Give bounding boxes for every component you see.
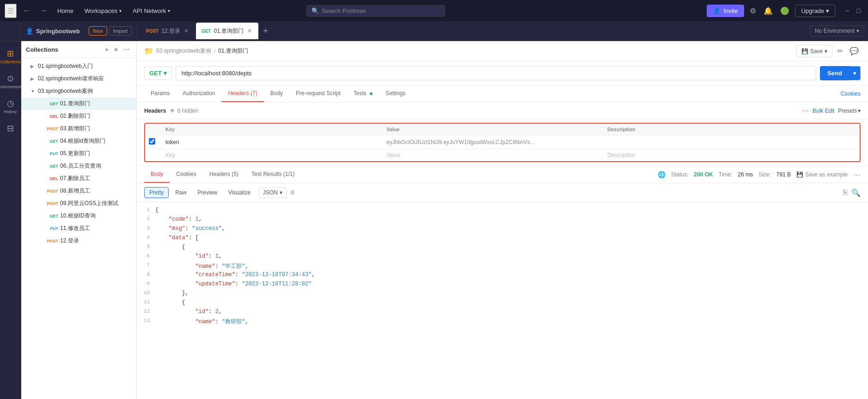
forward-button[interactable]: → — [37, 5, 50, 17]
tab-body[interactable]: Body — [264, 85, 289, 102]
search-bar[interactable]: 🔍 Search Postman — [306, 5, 445, 17]
avatar-icon[interactable]: 🟢 — [778, 5, 791, 17]
add-tab-button[interactable]: + — [259, 24, 272, 38]
format-preview-button[interactable]: Preview — [193, 187, 222, 198]
hidden-count: 6 hidden — [177, 108, 198, 114]
api-network-nav[interactable]: API Network ▾ — [129, 6, 174, 16]
tree-item-update-dept[interactable]: PUT 05.更新部门 — [21, 147, 136, 160]
invite-button[interactable]: 👤 Invite — [707, 5, 744, 17]
header-checkbox-cell[interactable] — [149, 138, 165, 146]
tab-prerequest[interactable]: Pre-request Script — [289, 85, 347, 102]
code-line-7: 7 "name": "学工部", — [137, 261, 868, 271]
minimize-button[interactable]: − — [843, 5, 852, 16]
tree-item-springbootweb-request[interactable]: ▶ 02.springbootweb请求响应 — [21, 73, 136, 85]
tab-headers[interactable]: Headers (7) — [221, 85, 263, 102]
response-more-button[interactable]: ⋯ — [853, 170, 861, 179]
tree-item-add-emp[interactable]: POST 08.新增员工 — [21, 185, 136, 197]
json-format-selector[interactable]: JSON ▾ — [259, 187, 287, 198]
tree-item-query-dept[interactable]: GET 01.查询部门 — [21, 97, 136, 110]
main-area: ⊞ Collections ⊙ Environments ◷ History ⊟… — [0, 41, 868, 399]
tab-tests[interactable]: Tests — [347, 85, 379, 102]
maximize-button[interactable]: □ — [854, 5, 863, 16]
sidebar-item-components[interactable]: ⊟ — [1, 120, 20, 138]
line-content: "msg": "success", — [155, 224, 868, 234]
tab-close-login[interactable]: ✕ — [183, 27, 189, 35]
import-button[interactable]: Import — [109, 26, 132, 36]
presets-button[interactable]: Presets ▾ — [838, 108, 861, 114]
sidebar-item-collections[interactable]: ⊞ Collections — [1, 45, 20, 68]
workspaces-nav[interactable]: Workspaces ▾ — [81, 6, 125, 16]
menu-icon[interactable]: ☰ — [5, 4, 17, 18]
history-icon: ◷ — [7, 98, 14, 109]
tab-settings[interactable]: Settings — [379, 85, 412, 102]
header-row-token: token eyJhbGciOiJIUzI1NiJ9.eyJuYW1lIljpu… — [145, 135, 860, 149]
format-raw-button[interactable]: Raw — [171, 187, 191, 198]
sidebar-item-history[interactable]: ◷ History — [1, 95, 20, 118]
tree-item-delete-dept[interactable]: DEL 02.删除部门 — [21, 110, 136, 122]
bulk-edit-button[interactable]: Bulk Edit — [813, 108, 834, 114]
edit-button[interactable]: ✏ — [835, 45, 845, 57]
tree-item-delete-emp[interactable]: DEL 07.删除员工 — [21, 172, 136, 185]
format-pretty-button[interactable]: Pretty — [144, 187, 169, 198]
save-example-button[interactable]: 💾 Save as example — [796, 171, 848, 178]
tree-caret: ▶ — [31, 76, 36, 81]
breadcrumb: 📁 03.springbootweb案例 / 01.查询部门 💾 Save ▾ … — [137, 41, 868, 61]
resp-tab-body[interactable]: Body — [144, 166, 170, 183]
header-token-checkbox[interactable] — [149, 138, 155, 145]
save-icon: 💾 — [801, 48, 808, 54]
env-caret: ▾ — [856, 28, 859, 34]
send-dropdown-button[interactable]: ▾ — [850, 66, 861, 80]
headers-more-button[interactable]: ⋯ — [801, 106, 809, 115]
tree-item-update-emp[interactable]: PUT 11.修改员工 — [21, 222, 136, 235]
tree-item-springbootweb-case[interactable]: ▼ 03.springbootweb案例 — [21, 85, 136, 97]
line-content: "code": 1, — [155, 215, 868, 224]
save-button[interactable]: 💾 Save ▾ — [796, 45, 832, 57]
send-button[interactable]: Send — [820, 66, 850, 80]
tree-item-query-by-id[interactable]: GET 10.根据ID查询 — [21, 210, 136, 222]
tree-item-oss-upload[interactable]: POST 09.阿里云OSS上传测试 — [21, 197, 136, 210]
bell-icon[interactable]: 🔔 — [762, 5, 775, 17]
tab-params[interactable]: Params — [144, 85, 176, 102]
environment-selector[interactable]: No Environment ▾ — [810, 25, 864, 36]
line-content: "id": 2, — [155, 308, 868, 317]
sidebar-item-environments[interactable]: ⊙ Environments — [1, 70, 20, 93]
wrap-lines-button[interactable]: ≡ — [290, 188, 294, 197]
tree-item-query-dept-by-id[interactable]: GET 04.根据id查询部门 — [21, 135, 136, 147]
more-options-button[interactable]: ⋯ — [122, 45, 132, 54]
tab-name-login: 12.登录 — [161, 27, 180, 35]
tab-get-depts[interactable]: GET 01.查询部门 ✕ — [196, 23, 258, 39]
new-collection-button[interactable]: + — [103, 45, 110, 54]
back-button[interactable]: ← — [20, 5, 33, 17]
environments-label: Environments — [0, 85, 23, 89]
tree-item-add-dept[interactable]: POST 03.新增部门 — [21, 122, 136, 135]
resp-tab-test-results[interactable]: Test Results (1/1) — [245, 166, 301, 183]
header-checkbox-col — [149, 127, 165, 132]
new-button[interactable]: New — [89, 26, 107, 36]
tree-item-login[interactable]: POST 12.登录 — [21, 235, 136, 247]
tree-item-page-query[interactable]: GET 06.员工分页查询 — [21, 160, 136, 172]
tab-close-depts[interactable]: ✕ — [246, 27, 253, 35]
search-response-button[interactable]: 🔍 — [851, 188, 861, 197]
method-selector[interactable]: GET ▾ — [144, 66, 172, 80]
tab-post-login[interactable]: POST 12.登录 ✕ — [141, 23, 195, 39]
cookies-link[interactable]: Cookies — [841, 91, 861, 97]
copy-response-button[interactable]: ⎘ — [843, 188, 848, 197]
home-nav[interactable]: Home — [54, 6, 77, 16]
settings-icon[interactable]: ⚙ — [748, 5, 758, 17]
sidebar-tree: ▶ 01.springbootweb入门 ▶ 02.springbootweb请… — [21, 58, 136, 399]
comment-button[interactable]: 💬 — [848, 45, 861, 57]
url-input[interactable] — [176, 66, 816, 80]
method-badge-get: GET — [45, 139, 58, 144]
request-tabs: Params Authorization Headers (7) Body Pr… — [137, 85, 868, 103]
tab-authorization[interactable]: Authorization — [176, 85, 221, 102]
hidden-count-badge: 👁 6 hidden — [170, 108, 198, 114]
tree-item-label: 03.新增部门 — [60, 125, 90, 133]
line-num: 4 — [137, 234, 155, 243]
sort-button[interactable]: ≡ — [112, 45, 120, 54]
tree-item-springbootweb-intro[interactable]: ▶ 01.springbootweb入门 — [21, 60, 136, 73]
resp-tab-cookies[interactable]: Cookies — [170, 166, 202, 183]
resp-tab-headers[interactable]: Headers (5) — [203, 166, 245, 183]
line-num: 11 — [137, 298, 155, 308]
upgrade-button[interactable]: Upgrade ▾ — [795, 5, 835, 17]
format-visualize-button[interactable]: Visualize — [224, 187, 255, 198]
